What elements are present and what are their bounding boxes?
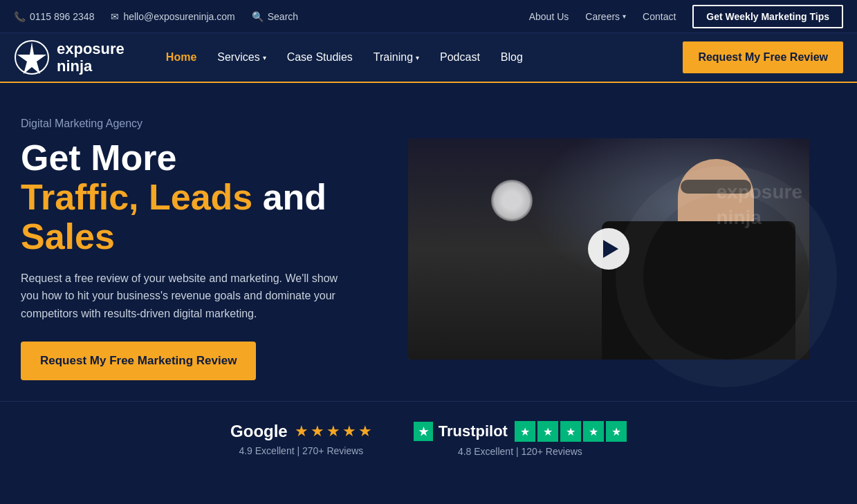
hero-title-yellow: Traffic, Leads bbox=[21, 177, 252, 217]
hero-cta-button[interactable]: Request My Free Marketing Review bbox=[21, 342, 256, 380]
nav-training[interactable]: Training ▾ bbox=[374, 51, 419, 64]
free-review-button[interactable]: Request My Free Review bbox=[683, 41, 843, 73]
training-chevron-icon: ▾ bbox=[416, 54, 419, 62]
tp-star-1: ★ bbox=[515, 421, 535, 442]
hero-title-and: and bbox=[252, 177, 326, 217]
search-label: Search bbox=[268, 11, 298, 22]
about-link[interactable]: About Us bbox=[529, 11, 569, 22]
hero-body: Request a free review of your website an… bbox=[21, 270, 353, 323]
google-logo: Google bbox=[230, 422, 288, 441]
star-3: ★ bbox=[326, 422, 340, 440]
careers-label: Careers bbox=[585, 11, 620, 22]
phone-number: 0115 896 2348 bbox=[30, 11, 94, 22]
tp-star-3: ★ bbox=[560, 421, 581, 442]
trustpilot-score: 4.8 Excellent | 120+ Reviews bbox=[458, 446, 582, 457]
contact-link[interactable]: Contact bbox=[643, 11, 676, 22]
light-bulb bbox=[491, 180, 533, 221]
logo-link[interactable]: exposure ninja bbox=[14, 39, 125, 75]
hero-title-line1: Get More bbox=[21, 138, 176, 178]
top-bar: 📞 0115 896 2348 ✉ hello@exposureninja.co… bbox=[0, 0, 857, 33]
trustpilot-stars: ★ ★ ★ ★ ★ bbox=[515, 421, 627, 442]
logo-line2: ninja bbox=[57, 57, 92, 75]
star-1: ★ bbox=[295, 422, 308, 440]
trustpilot-review-header: ★ Trustpilot ★ ★ ★ ★ ★ bbox=[414, 421, 627, 442]
logo-line1: exposure bbox=[57, 40, 125, 57]
google-review: Google ★ ★ ★ ★ ★ 4.9 Excellent | 270+ Re… bbox=[230, 422, 372, 456]
video-thumbnail[interactable]: exposureninja bbox=[408, 138, 809, 360]
search-icon: 🔍 bbox=[252, 11, 264, 22]
phone-link[interactable]: 📞 0115 896 2348 bbox=[14, 11, 94, 22]
google-stars: ★ ★ ★ ★ ★ bbox=[295, 422, 372, 440]
email-link[interactable]: ✉ hello@exposureninja.com bbox=[111, 11, 234, 22]
careers-link[interactable]: Careers ▾ bbox=[585, 11, 626, 22]
hero-content: Digital Marketing Agency Get More Traffi… bbox=[21, 118, 408, 380]
weekly-tips-button[interactable]: Get Weekly Marketing Tips bbox=[692, 5, 843, 28]
logo-icon bbox=[14, 39, 50, 75]
video-bg-text: exposureninja bbox=[717, 180, 803, 230]
nav-home[interactable]: Home bbox=[166, 51, 196, 64]
tp-star-5: ★ bbox=[606, 421, 627, 442]
nav-podcast[interactable]: Podcast bbox=[440, 51, 480, 64]
trustpilot-review: ★ Trustpilot ★ ★ ★ ★ ★ 4.8 Excellent | 1… bbox=[414, 421, 627, 457]
phone-icon: 📞 bbox=[14, 11, 26, 22]
search-link[interactable]: 🔍 Search bbox=[252, 11, 298, 22]
nav-services[interactable]: Services ▾ bbox=[217, 51, 266, 64]
trustpilot-label: Trustpilot bbox=[439, 422, 508, 440]
star-5: ★ bbox=[358, 422, 372, 440]
about-label: About Us bbox=[529, 11, 569, 22]
email-icon: ✉ bbox=[111, 11, 119, 22]
nav-blog[interactable]: Blog bbox=[501, 51, 523, 64]
hero-video: exposureninja bbox=[408, 138, 809, 360]
hero-title-line2: Traffic, Leads and Sales bbox=[21, 177, 326, 256]
contact-label: Contact bbox=[643, 11, 676, 22]
top-bar-contact: 📞 0115 896 2348 ✉ hello@exposureninja.co… bbox=[14, 11, 298, 22]
reviews-bar: Google ★ ★ ★ ★ ★ 4.9 Excellent | 270+ Re… bbox=[0, 401, 857, 476]
chevron-down-icon: ▾ bbox=[623, 12, 626, 20]
hero-section: Digital Marketing Agency Get More Traffi… bbox=[0, 83, 857, 401]
main-nav: exposure ninja Home Services ▾ Case Stud… bbox=[0, 33, 857, 83]
play-button[interactable] bbox=[588, 228, 629, 270]
email-address: hello@exposureninja.com bbox=[123, 11, 234, 22]
trustpilot-icon: ★ bbox=[414, 422, 433, 441]
google-score: 4.9 Excellent | 270+ Reviews bbox=[239, 445, 363, 456]
person-body bbox=[602, 221, 795, 360]
tp-star-2: ★ bbox=[537, 421, 558, 442]
star-2: ★ bbox=[311, 422, 324, 440]
services-chevron-icon: ▾ bbox=[263, 54, 266, 62]
hero-title-sales: Sales bbox=[21, 216, 115, 256]
nav-links: Home Services ▾ Case Studies Training ▾ … bbox=[166, 51, 683, 64]
star-4: ★ bbox=[342, 422, 356, 440]
trustpilot-logo: ★ Trustpilot bbox=[414, 422, 508, 441]
svg-marker-1 bbox=[17, 42, 46, 74]
google-review-header: Google ★ ★ ★ ★ ★ bbox=[230, 422, 372, 441]
top-bar-nav: About Us Careers ▾ Contact Get Weekly Ma… bbox=[529, 5, 843, 28]
hero-title: Get More Traffic, Leads and Sales bbox=[21, 138, 387, 257]
logo-text: exposure ninja bbox=[57, 40, 125, 75]
nav-case-studies[interactable]: Case Studies bbox=[287, 51, 353, 64]
tp-star-4: ★ bbox=[583, 421, 604, 442]
hero-subtitle: Digital Marketing Agency bbox=[21, 118, 387, 130]
